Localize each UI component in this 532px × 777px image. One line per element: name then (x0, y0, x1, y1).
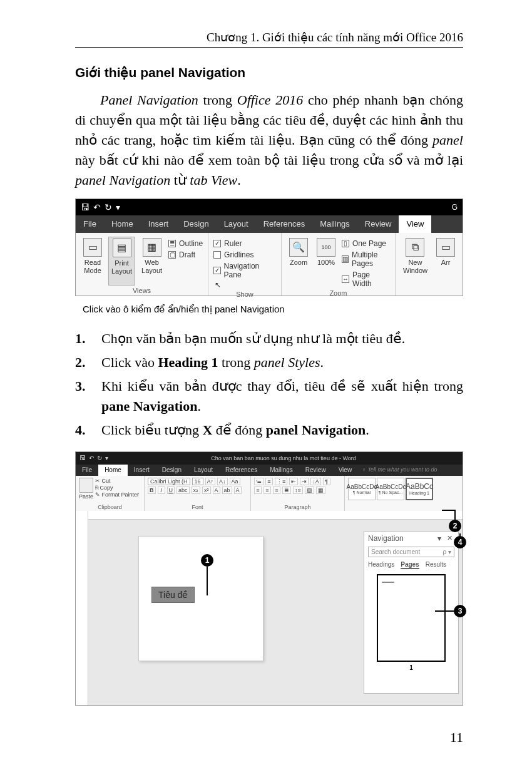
tab-design[interactable]: Design (156, 465, 188, 476)
tab-layout[interactable]: Layout (188, 465, 219, 476)
inc-indent-button[interactable]: ⇥ (300, 478, 309, 485)
callout-2: 2 (449, 520, 461, 532)
subscript-button[interactable]: x₂ (192, 486, 201, 494)
shading-button[interactable]: ▨ (305, 486, 314, 494)
highlight-button[interactable]: ab (222, 486, 232, 494)
header-rule (75, 47, 463, 48)
line-spacing-button[interactable]: ↕≡ (293, 486, 303, 494)
tab-insert[interactable]: Insert (128, 465, 156, 476)
tab-design[interactable]: Design (176, 215, 216, 233)
multilevel-button[interactable]: ⋮≡ (275, 478, 287, 485)
format-painter-button[interactable]: ✎ Format Painter (95, 491, 139, 498)
zoom-button[interactable]: 🔍Zoom (287, 237, 310, 288)
justify-button[interactable]: ≣ (282, 486, 291, 494)
superscript-button[interactable]: x² (202, 486, 211, 494)
dec-indent-button[interactable]: ⇤ (289, 478, 298, 485)
tab-references[interactable]: References (256, 215, 312, 233)
redo-icon[interactable]: ↻ (105, 202, 112, 212)
nav-tab-headings[interactable]: Headings (368, 561, 394, 569)
borders-button[interactable]: ▦ (316, 486, 325, 494)
tab-review[interactable]: Review (357, 215, 399, 233)
tab-review[interactable]: Review (299, 465, 332, 476)
arrange-button[interactable]: ▭Arr (434, 237, 458, 294)
numbering-button[interactable]: ≡ (265, 478, 273, 485)
close-icon[interactable]: ✕ (445, 534, 454, 543)
ruler-checkbox[interactable]: Ruler (213, 239, 276, 248)
align-right-button[interactable]: ≡ (273, 486, 280, 494)
grow-font-button[interactable]: A↑ (205, 478, 216, 485)
style-normal[interactable]: AaBbCcDc¶ Normal (348, 478, 376, 500)
tab-layout[interactable]: Layout (217, 215, 256, 233)
nav-search-input[interactable]: Search document ρ ▾ (368, 547, 454, 557)
nav-tab-pages[interactable]: Pages (401, 561, 419, 569)
search-icon: ρ ▾ (443, 548, 451, 555)
nav-panel-title: Navigation (368, 534, 404, 543)
page-width-button[interactable]: ↔Page Width (342, 270, 390, 288)
tab-home[interactable]: Home (98, 465, 128, 476)
page-thumbnail[interactable] (377, 574, 446, 662)
tell-me[interactable]: ♀ Tell me what you want to do (358, 465, 441, 476)
style-no-spacing[interactable]: AaBbCcDc¶ No Spac... (377, 478, 404, 500)
undo-icon[interactable]: ↶ (93, 202, 101, 212)
paste-button[interactable]: Paste (79, 478, 93, 500)
align-left-button[interactable]: ≡ (254, 486, 262, 494)
checkbox-icon (213, 251, 221, 259)
tab-insert[interactable]: Insert (141, 215, 176, 233)
shrink-font-button[interactable]: A↓ (217, 478, 228, 485)
zoom-100-button[interactable]: 100100% (314, 237, 338, 288)
titlebar2: 🖫 ↶ ↻ ▾ Cho van ban ban muon su dung nhu… (76, 452, 463, 465)
copy-button[interactable]: ⎘ Copy (95, 485, 139, 491)
new-window-button[interactable]: ⧉New Window (401, 237, 430, 294)
bold-button[interactable]: B (148, 486, 156, 494)
tab-file[interactable]: File (76, 465, 98, 476)
font-size-select[interactable]: 16 (192, 478, 203, 485)
tab-home[interactable]: Home (104, 215, 141, 233)
thumbnail-page-number: 1 (364, 664, 458, 671)
nav-tab-results[interactable]: Results (426, 561, 446, 569)
redo-icon[interactable]: ↻ (97, 455, 102, 461)
window-title: Cho van ban ban muon su dung nhu la mot … (108, 455, 459, 461)
selected-heading-text[interactable]: Tiêu đề (151, 587, 195, 603)
tab-view[interactable]: View (332, 465, 359, 476)
cursor-icon: ↖ (215, 280, 276, 289)
term-panel-nav2: panel Navigation (75, 172, 170, 188)
one-page-button[interactable]: ▯One Page (342, 239, 390, 248)
draft-icon: ▢ (168, 251, 176, 259)
underline-button[interactable]: U (167, 486, 175, 494)
sort-button[interactable]: ↓A (310, 478, 321, 485)
gridlines-checkbox[interactable]: Gridlines (213, 250, 276, 259)
style-heading1[interactable]: AaBbCcHeading 1 (406, 478, 433, 500)
bullets-button[interactable]: ≔ (254, 478, 263, 485)
align-center-button[interactable]: ≡ (263, 486, 271, 494)
qat-more-icon[interactable]: ▾ (116, 202, 120, 212)
tab-mailings[interactable]: Mailings (263, 465, 299, 476)
web-layout-button[interactable]: ▦Web Layout (139, 237, 165, 286)
save-icon[interactable]: 🖫 (81, 202, 90, 212)
tab-view[interactable]: View (399, 215, 431, 233)
font-name-select[interactable]: Calibri Light (H (148, 478, 190, 485)
undo-icon[interactable]: ↶ (89, 455, 94, 461)
cut-button[interactable]: ✂ Cut (95, 478, 139, 484)
horizontal-ruler (88, 511, 463, 520)
read-mode-icon: ▭ (83, 238, 102, 257)
navpane-checkbox[interactable]: Navigation Pane (213, 262, 276, 279)
draft-button[interactable]: ▢Draft (168, 250, 203, 259)
italic-button[interactable]: I (158, 486, 165, 494)
read-mode-button[interactable]: ▭Read Mode (81, 237, 105, 286)
tab-mailings[interactable]: Mailings (312, 215, 357, 233)
outline-button[interactable]: ≣Outline (168, 239, 203, 248)
nav-dropdown-icon[interactable]: ▾ (437, 534, 441, 543)
tab-file[interactable]: File (76, 215, 104, 233)
strike-button[interactable]: abc (176, 486, 190, 494)
titlebar: 🖫 ↶ ↻ ▾ G (76, 199, 463, 215)
font-color-button[interactable]: A (234, 486, 242, 494)
document-page[interactable]: Tiêu đề (138, 536, 263, 661)
multi-page-button[interactable]: ▥Multiple Pages (342, 250, 390, 268)
save-icon[interactable]: 🖫 (79, 455, 86, 461)
change-case-button[interactable]: Aa (230, 478, 240, 485)
tab-references[interactable]: References (219, 465, 263, 476)
print-layout-button[interactable]: ▤Print Layout (108, 237, 135, 286)
web-layout-icon: ▦ (143, 238, 161, 257)
text-effects-button[interactable]: A (213, 486, 220, 494)
show-marks-button[interactable]: ¶ (323, 478, 330, 485)
